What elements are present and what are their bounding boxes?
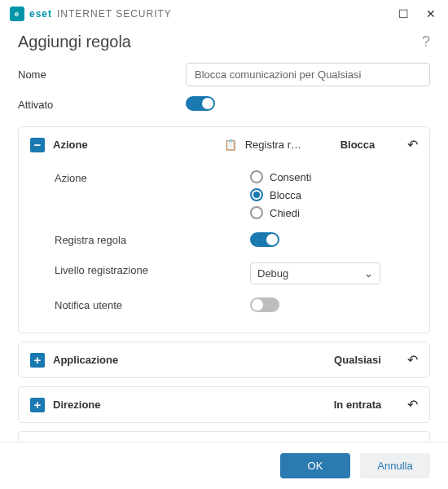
brand-prefix: eset	[29, 8, 52, 20]
ok-button[interactable]: OK	[280, 453, 350, 478]
radio-icon	[250, 206, 263, 219]
section-azione: − Azione Registra r… Blocca ↶ Azione Con…	[18, 126, 430, 333]
undo-icon[interactable]: ↶	[407, 137, 418, 152]
clipboard-icon	[224, 139, 240, 151]
eset-logo-icon: e	[10, 7, 24, 21]
notify-label: Notifica utente	[55, 297, 250, 311]
section-title-direzione: Direzione	[53, 399, 101, 411]
titlebar: e eset INTERNET SECURITY ☐ ✕	[0, 0, 448, 28]
log-level-label: Livello registrazione	[55, 262, 250, 276]
dialog-header: Aggiungi regola ?	[0, 28, 448, 58]
dialog-footer: OK Annulla	[0, 442, 448, 489]
dialog-body: Nome Attivato − Azione Registra r… Blocc…	[0, 58, 448, 444]
expand-icon[interactable]: +	[30, 398, 45, 412]
name-label: Nome	[18, 68, 186, 81]
log-level-select[interactable]: Debug ⌄	[250, 262, 380, 284]
radio-blocca[interactable]: Blocca	[250, 188, 418, 201]
chevron-down-icon: ⌄	[364, 267, 373, 280]
enabled-label: Attivato	[18, 99, 186, 111]
log-rule-label: Registra regola	[55, 232, 250, 246]
page-title: Aggiungi regola	[18, 33, 131, 51]
direzione-value: In entrata	[329, 399, 386, 411]
log-summary: Registra r…	[224, 139, 301, 151]
help-icon[interactable]: ?	[422, 33, 430, 51]
close-button[interactable]: ✕	[420, 3, 441, 24]
radio-icon	[250, 170, 263, 183]
enabled-toggle[interactable]	[186, 96, 215, 111]
applicazione-value: Qualsiasi	[329, 354, 386, 366]
radio-icon	[250, 188, 263, 201]
name-input[interactable]	[186, 63, 430, 86]
action-label: Azione	[55, 170, 250, 184]
notify-toggle[interactable]	[250, 297, 279, 312]
section-title-azione: Azione	[53, 139, 88, 151]
azione-value: Blocca	[329, 139, 386, 151]
undo-icon[interactable]: ↶	[407, 352, 418, 368]
section-title-applicazione: Applicazione	[53, 354, 118, 366]
undo-icon[interactable]: ↶	[407, 397, 418, 412]
collapse-icon[interactable]: −	[30, 138, 45, 152]
radio-consenti[interactable]: Consenti	[250, 170, 418, 183]
radio-chiedi[interactable]: Chiedi	[250, 206, 418, 219]
brand-logo: e eset INTERNET SECURITY	[10, 7, 172, 21]
brand-text: INTERNET SECURITY	[57, 8, 172, 20]
section-direzione: + Direzione In entrata ↶	[18, 386, 430, 423]
log-rule-toggle[interactable]	[250, 232, 279, 247]
section-applicazione: + Applicazione Qualsiasi ↶	[18, 341, 430, 378]
cancel-button[interactable]: Annulla	[360, 453, 430, 478]
expand-icon[interactable]: +	[30, 353, 45, 368]
maximize-button[interactable]: ☐	[393, 3, 414, 24]
